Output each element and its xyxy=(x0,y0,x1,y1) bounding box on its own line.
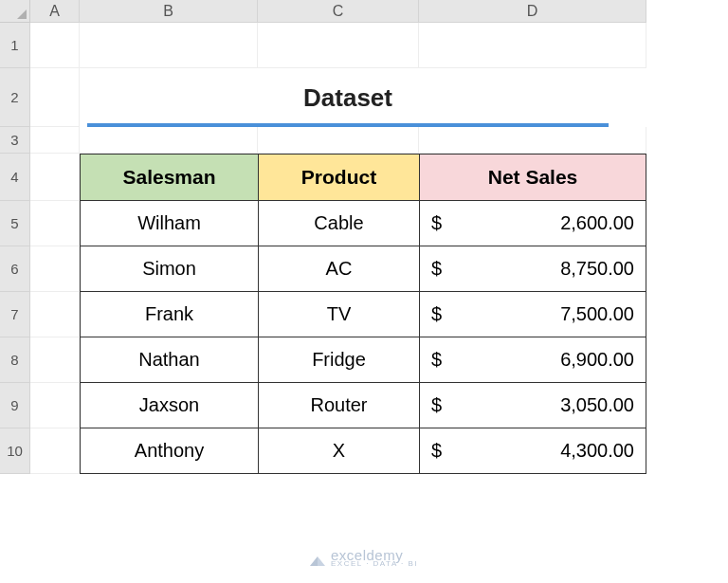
table-row[interactable]: Simon xyxy=(80,246,258,292)
table-row[interactable]: TV xyxy=(258,292,419,337)
currency-symbol: $ xyxy=(431,212,442,234)
cell-a9[interactable] xyxy=(30,383,80,428)
table-row[interactable]: Jaxson xyxy=(80,383,258,428)
table-row[interactable]: $ 7,500.00 xyxy=(419,292,646,337)
net-sales-value: 4,300.00 xyxy=(560,440,634,462)
cell-b1[interactable] xyxy=(80,23,258,68)
row-header-9[interactable]: 9 xyxy=(0,383,30,428)
cell-a4[interactable] xyxy=(30,154,80,201)
table-row[interactable]: X xyxy=(258,428,419,474)
column-header-d[interactable]: D xyxy=(419,0,646,23)
cell-a8[interactable] xyxy=(30,337,80,383)
net-sales-value: 2,600.00 xyxy=(560,212,634,234)
cell-c3[interactable] xyxy=(258,127,419,154)
currency-symbol: $ xyxy=(431,394,442,416)
column-header-c[interactable]: C xyxy=(258,0,419,23)
currency-symbol: $ xyxy=(431,349,442,371)
currency-symbol: $ xyxy=(431,258,442,280)
spreadsheet-grid: A B C D 1 2 Dataset 3 4 Salesman Product… xyxy=(0,0,728,474)
cell-b3[interactable] xyxy=(80,127,258,154)
row-header-3[interactable]: 3 xyxy=(0,127,30,154)
cell-a7[interactable] xyxy=(30,292,80,337)
currency-symbol: $ xyxy=(431,303,442,325)
table-row[interactable]: Frank xyxy=(80,292,258,337)
row-header-5[interactable]: 5 xyxy=(0,201,30,246)
table-row[interactable]: $ 4,300.00 xyxy=(419,428,646,474)
row-header-8[interactable]: 8 xyxy=(0,337,30,383)
table-row[interactable]: Router xyxy=(258,383,419,428)
net-sales-value: 8,750.00 xyxy=(560,258,634,280)
table-row[interactable]: Nathan xyxy=(80,337,258,383)
row-header-6[interactable]: 6 xyxy=(0,246,30,292)
row-header-10[interactable]: 10 xyxy=(0,428,30,474)
row-header-2[interactable]: 2 xyxy=(0,68,30,127)
row-header-4[interactable]: 4 xyxy=(0,154,30,201)
cell-a5[interactable] xyxy=(30,201,80,246)
table-header-salesman[interactable]: Salesman xyxy=(80,154,258,201)
dataset-title[interactable]: Dataset xyxy=(87,72,609,127)
cell-d3[interactable] xyxy=(419,127,646,154)
table-row[interactable]: Cable xyxy=(258,201,419,246)
table-header-net-sales[interactable]: Net Sales xyxy=(419,154,646,201)
cell-c1[interactable] xyxy=(258,23,419,68)
row-header-1[interactable]: 1 xyxy=(0,23,30,68)
cell-a3[interactable] xyxy=(30,127,80,154)
table-row[interactable]: $ 8,750.00 xyxy=(419,246,646,292)
cell-d1[interactable] xyxy=(419,23,646,68)
column-header-a[interactable]: A xyxy=(30,0,80,23)
currency-symbol: $ xyxy=(431,440,442,462)
table-row[interactable]: AC xyxy=(258,246,419,292)
cell-a2[interactable] xyxy=(30,68,80,127)
cell-a6[interactable] xyxy=(30,246,80,292)
column-header-b[interactable]: B xyxy=(80,0,258,23)
table-row[interactable]: $ 3,050.00 xyxy=(419,383,646,428)
watermark-tagline: EXCEL · DATA · BI xyxy=(331,560,418,568)
net-sales-value: 3,050.00 xyxy=(560,394,634,416)
cell-a1[interactable] xyxy=(30,23,80,68)
table-row[interactable]: Wilham xyxy=(80,201,258,246)
table-row[interactable]: $ 2,600.00 xyxy=(419,201,646,246)
table-header-product[interactable]: Product xyxy=(258,154,419,201)
table-row[interactable]: Fridge xyxy=(258,337,419,383)
row-header-7[interactable]: 7 xyxy=(0,292,30,337)
select-all-corner[interactable] xyxy=(0,0,30,23)
net-sales-value: 7,500.00 xyxy=(560,303,634,325)
table-row[interactable]: Anthony xyxy=(80,428,258,474)
table-row[interactable]: $ 6,900.00 xyxy=(419,337,646,383)
cell-a10[interactable] xyxy=(30,428,80,474)
watermark: exceldemy EXCEL · DATA · BI xyxy=(310,548,418,568)
net-sales-value: 6,900.00 xyxy=(560,349,634,371)
exceldemy-logo-icon xyxy=(310,551,325,566)
